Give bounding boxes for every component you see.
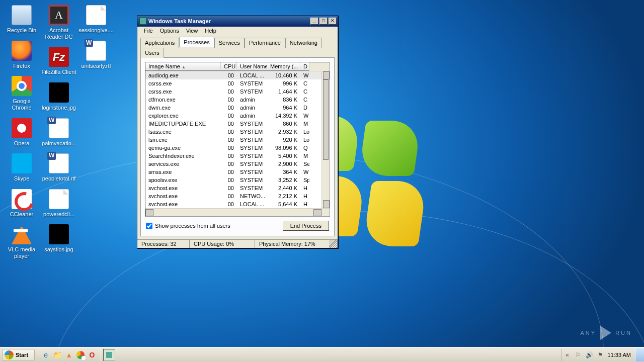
icon-label: FileZilla Client	[41, 69, 76, 75]
desktop-recycle-bin[interactable]: Recycle Bin	[3, 2, 40, 38]
process-row[interactable]: ctfmon.exe00admin836 KC	[145, 96, 330, 104]
col-memory[interactable]: Memory (...	[267, 62, 300, 71]
process-row[interactable]: svchost.exe00SYSTEM2,440 KH	[145, 184, 330, 192]
process-row[interactable]: csrss.exe00SYSTEM1,464 KC	[145, 87, 330, 96]
cell-img: SearchIndexer.exe	[145, 152, 221, 160]
cell-d: H	[300, 192, 309, 200]
process-row[interactable]: spoolsv.exe00SYSTEM3,252 KSp	[145, 176, 330, 184]
desktop-filezilla[interactable]: FzFileZilla Client	[40, 44, 77, 79]
minimize-button[interactable]: _	[310, 18, 318, 25]
process-row[interactable]: lsass.exe00SYSTEM2,932 KLo	[145, 128, 330, 136]
tab-processes[interactable]: Processes	[179, 37, 214, 47]
tray-action-icon[interactable]: ⚐	[575, 351, 583, 359]
tray-expand-icon[interactable]: «	[564, 351, 572, 359]
tab-users[interactable]: Users	[140, 48, 164, 58]
chrome-ql-icon[interactable]	[75, 349, 86, 360]
icon-label: saystips.jpg	[41, 246, 76, 253]
show-desktop-button[interactable]	[635, 348, 644, 361]
unitsearly-icon	[86, 41, 106, 61]
desktop-unitsearly[interactable]: unitsearly.rtf	[77, 38, 115, 73]
titlebar[interactable]: Windows Task Manager _ □ ✕	[137, 16, 338, 27]
cell-img: audiodg.exe	[145, 71, 221, 79]
end-process-button[interactable]: End Process	[283, 221, 329, 231]
cell-img: svchost.exe	[145, 184, 221, 192]
cell-img: dwm.exe	[145, 104, 221, 112]
cell-user: SYSTEM	[237, 184, 267, 192]
desktop-peopletotal[interactable]: peopletotal.rtf	[40, 150, 77, 186]
process-list[interactable]: Image Name▲ CPU User Name Memory (... D▲…	[145, 62, 330, 217]
desktop-skype[interactable]: Skype	[3, 150, 40, 186]
process-row[interactable]: services.exe00SYSTEM2,900 KSe	[145, 160, 330, 168]
tab-applications[interactable]: Applications	[140, 38, 179, 48]
tray-volume-icon[interactable]: 🔊	[586, 351, 594, 359]
col-image-name[interactable]: Image Name▲	[145, 62, 221, 71]
cell-img: explorer.exe	[145, 112, 221, 120]
firefox-icon	[12, 41, 32, 61]
status-processes: Processes: 32	[137, 240, 190, 248]
taskmgr-taskbar-button[interactable]	[103, 349, 115, 361]
cell-mem: 5,644 K	[267, 200, 300, 208]
desktop-palmvacatio[interactable]: palmvacatio...	[40, 115, 77, 151]
process-row[interactable]: SearchIndexer.exe00SYSTEM5,400 KM	[145, 152, 330, 160]
tab-performance[interactable]: Performance	[245, 38, 285, 48]
cell-mem: 5,400 K	[267, 152, 300, 160]
start-button[interactable]: Start	[2, 349, 35, 361]
explorer-icon[interactable]: 📁	[52, 349, 63, 360]
cell-d: H	[300, 200, 309, 208]
maximize-button[interactable]: □	[319, 18, 328, 25]
process-row[interactable]: audiodg.exe00LOCAL ...10,460 KW	[145, 71, 330, 79]
tab-services[interactable]: Services	[214, 38, 245, 48]
col-user[interactable]: User Name	[237, 62, 267, 71]
tab-networking[interactable]: Networking	[285, 38, 322, 48]
cell-img: svchost.exe	[145, 192, 221, 200]
desktop-opera[interactable]: Opera	[3, 115, 40, 151]
process-row[interactable]: csrss.exe00SYSTEM996 KC	[145, 79, 330, 87]
process-row[interactable]: smss.exe00SYSTEM364 KW	[145, 168, 330, 176]
menu-options[interactable]: Options	[156, 27, 183, 35]
cell-user: SYSTEM	[237, 120, 267, 128]
cell-cpu: 00	[221, 184, 237, 192]
menu-help[interactable]: Help	[201, 27, 220, 35]
cell-cpu: 00	[221, 144, 237, 152]
desktop-loginstone[interactable]: loginstone.jpg	[40, 79, 77, 115]
resize-grip[interactable]	[329, 240, 338, 248]
task-manager-window[interactable]: Windows Task Manager _ □ ✕ FileOptionsVi…	[137, 15, 338, 248]
desktop-vlc[interactable]: VLC media player	[3, 221, 40, 263]
menu-view[interactable]: View	[183, 27, 202, 35]
vlc-ql-icon[interactable]: ▲	[63, 349, 74, 360]
desktop-google-chrome[interactable]: Google Chrome	[3, 73, 40, 115]
process-row[interactable]: IMEDICTUPDATE.EXE00SYSTEM860 KM	[145, 120, 330, 128]
desktop-firefox[interactable]: Firefox	[3, 38, 40, 73]
process-row[interactable]: svchost.exe00LOCAL ...5,644 KH	[145, 200, 330, 208]
process-row[interactable]: qemu-ga.exe00SYSTEM98,096 KQ	[145, 144, 330, 152]
show-all-input[interactable]	[146, 223, 152, 229]
scroll-thumb[interactable]	[323, 79, 329, 160]
tray-clock[interactable]: 11:33 AM	[608, 352, 631, 358]
cell-d: Sp	[300, 176, 309, 184]
tray-flag-icon[interactable]: ⚑	[597, 351, 605, 359]
cell-img: lsm.exe	[145, 136, 221, 144]
process-row[interactable]: lsm.exe00SYSTEM920 KLo	[145, 136, 330, 144]
close-button[interactable]: ✕	[329, 18, 337, 25]
col-cpu[interactable]: CPU	[221, 62, 237, 71]
desktop-ccleaner[interactable]: CCleaner	[3, 186, 40, 222]
cell-d: Lo	[300, 128, 309, 136]
desktop-acrobat[interactable]: AAcrobat Reader DC	[40, 2, 77, 44]
col-desc[interactable]: D▲	[300, 62, 309, 71]
desktop-saystips[interactable]: saystips.jpg	[40, 221, 77, 257]
desktop-poweredcli[interactable]: poweredcli...	[40, 186, 77, 222]
opera-ql-icon[interactable]: O	[87, 349, 98, 360]
loginstone-icon	[49, 82, 69, 103]
ie-icon[interactable]: e	[40, 349, 51, 360]
vertical-scrollbar[interactable]	[321, 71, 330, 208]
system-tray: « ⚐ 🔊 ⚑ 11:33 AM	[561, 349, 633, 361]
cell-mem: 836 K	[267, 96, 300, 104]
process-row[interactable]: svchost.exe00NETWO...2,212 KH	[145, 192, 330, 200]
cell-d: Lo	[300, 136, 309, 144]
horizontal-scrollbar[interactable]	[145, 208, 330, 216]
show-all-users-checkbox[interactable]: Show processes from all users	[146, 223, 230, 229]
process-row[interactable]: explorer.exe00admin14,392 KW	[145, 112, 330, 120]
process-row[interactable]: dwm.exe00admin964 KD	[145, 104, 330, 112]
menu-file[interactable]: File	[140, 27, 156, 35]
desktop-sessiongive[interactable]: sessiongive....	[77, 2, 115, 38]
